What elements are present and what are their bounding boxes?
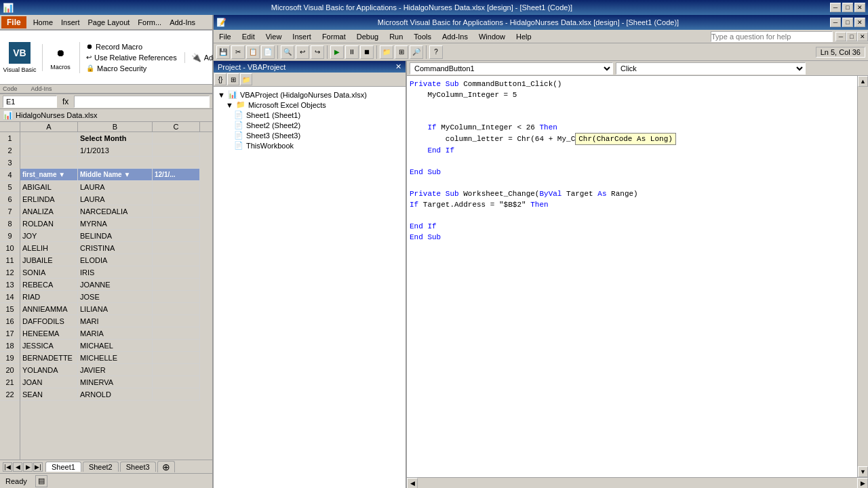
- cell-b8[interactable]: MYRNA: [78, 218, 153, 230]
- cell-a1[interactable]: [20, 132, 78, 144]
- vba-inner-close[interactable]: ✕: [857, 32, 868, 41]
- vba-properties-button[interactable]: ⊞: [395, 45, 408, 59]
- cell-a7[interactable]: ANALIZA: [20, 205, 78, 218]
- scroll-down-button[interactable]: ▼: [858, 466, 868, 477]
- tree-item-vbaproject[interactable]: ▼ 📊 VBAProject (HidalgoNurses Data.xlsx): [216, 89, 403, 100]
- minimize-button[interactable]: ─: [830, 3, 841, 12]
- cell-a16[interactable]: DAFFODILS: [20, 315, 78, 327]
- vba-run-button[interactable]: ▶: [330, 45, 344, 59]
- cell-a2[interactable]: [20, 144, 78, 157]
- cell-c14[interactable]: [153, 291, 200, 303]
- cell-b15[interactable]: LILIANA: [78, 303, 153, 315]
- vba-menu-format[interactable]: Format: [317, 31, 351, 42]
- cell-c21[interactable]: [153, 376, 200, 388]
- object-dropdown[interactable]: CommandButton1: [410, 62, 613, 75]
- cell-c10[interactable]: [153, 242, 200, 254]
- cell-a5[interactable]: ABIGAIL: [20, 181, 78, 193]
- cell-c16[interactable]: [153, 315, 200, 327]
- scroll-right-button[interactable]: ▶: [857, 478, 868, 489]
- code-area[interactable]: Private Sub CommandButton1_Click() MyCol…: [407, 76, 857, 477]
- cell-a22[interactable]: SEAN: [20, 388, 78, 401]
- macro-security-button[interactable]: 🔒 Macro Security: [84, 64, 179, 73]
- vba-save-button[interactable]: 💾: [216, 45, 230, 59]
- cell-c2[interactable]: [153, 144, 200, 157]
- scroll-up-button[interactable]: ▲: [858, 76, 868, 87]
- cell-b9[interactable]: BELINDA: [78, 230, 153, 242]
- cell-a19[interactable]: BERNADETTE: [20, 352, 78, 364]
- vba-break-button[interactable]: ⏸: [345, 45, 359, 59]
- cell-b12[interactable]: IRIS: [78, 266, 153, 279]
- cell-a3[interactable]: [20, 157, 78, 169]
- vba-menu-debug[interactable]: Debug: [351, 31, 384, 42]
- project-close-icon[interactable]: ✕: [395, 62, 401, 71]
- cell-a15[interactable]: ANNIEAMMA: [20, 303, 78, 315]
- vba-paste-button[interactable]: 📄: [261, 45, 275, 59]
- menu-home[interactable]: Home: [29, 17, 57, 28]
- cell-c11[interactable]: [153, 254, 200, 266]
- sheet-tab-1[interactable]: Sheet1: [45, 462, 81, 472]
- cell-c5[interactable]: [153, 181, 200, 193]
- cell-b14[interactable]: JOSE: [78, 291, 153, 303]
- vba-undo-button[interactable]: ↩: [296, 45, 309, 59]
- relative-references-button[interactable]: ↩ Use Relative References: [84, 53, 179, 62]
- menu-page-layout[interactable]: Page Layout: [84, 17, 134, 28]
- cell-a18[interactable]: JESSICA: [20, 340, 78, 352]
- view-object-button[interactable]: ⊞: [227, 73, 239, 85]
- vba-inner-minimize[interactable]: ─: [835, 32, 846, 41]
- cell-a9[interactable]: JOY: [20, 230, 78, 242]
- cell-a6[interactable]: ERLINDA: [20, 193, 78, 205]
- vba-restore-button[interactable]: □: [842, 18, 853, 27]
- cell-a20[interactable]: YOLANDA: [20, 364, 78, 376]
- cell-a11[interactable]: JUBAILE: [20, 254, 78, 266]
- cell-c19[interactable]: [153, 352, 200, 364]
- procedure-dropdown[interactable]: Click: [616, 62, 806, 75]
- menu-insert[interactable]: Insert: [57, 17, 84, 28]
- cell-b3[interactable]: [78, 157, 153, 169]
- vba-menu-view[interactable]: View: [260, 31, 288, 42]
- vba-objectbrowser-button[interactable]: 🔎: [410, 45, 423, 59]
- visual-basic-button[interactable]: VB Visual Basic: [3, 41, 37, 74]
- cell-b1[interactable]: Select Month: [78, 132, 153, 144]
- sheet-tab-3[interactable]: Sheet3: [120, 462, 156, 472]
- sheet-prev-button[interactable]: ◀: [13, 462, 22, 472]
- toggle-folders-button[interactable]: 📁: [240, 73, 252, 85]
- vba-find-button[interactable]: 🔍: [281, 45, 294, 59]
- cell-b2[interactable]: 1/1/2013: [78, 144, 153, 157]
- macros-button[interactable]: ⏺ Macros: [47, 44, 74, 71]
- vba-menu-help[interactable]: Help: [511, 31, 537, 42]
- close-button[interactable]: ✕: [854, 3, 865, 12]
- sheet-first-button[interactable]: |◀: [3, 462, 12, 472]
- cell-a21[interactable]: JOAN: [20, 376, 78, 388]
- cell-c9[interactable]: [153, 230, 200, 242]
- cell-a14[interactable]: RIAD: [20, 291, 78, 303]
- vba-help-search[interactable]: [711, 31, 833, 42]
- vba-menu-file[interactable]: File: [214, 31, 237, 42]
- cell-a10[interactable]: ALELIH: [20, 242, 78, 254]
- cell-c1[interactable]: [153, 132, 200, 144]
- record-macro-button[interactable]: ⏺ Record Macro: [84, 42, 179, 52]
- scroll-left-button[interactable]: ◀: [407, 478, 418, 489]
- cell-c15[interactable]: [153, 303, 200, 315]
- vba-cut-button[interactable]: ✂: [231, 45, 245, 59]
- cell-c6[interactable]: [153, 193, 200, 205]
- menu-formulas[interactable]: Form...: [134, 17, 165, 28]
- cell-b22[interactable]: ARNOLD: [78, 388, 153, 401]
- vba-close-button[interactable]: ✕: [854, 18, 865, 27]
- cell-b13[interactable]: JOANNE: [78, 279, 153, 291]
- vba-menu-tools[interactable]: Tools: [408, 31, 437, 42]
- cell-c13[interactable]: [153, 279, 200, 291]
- tree-item-thisworkbook[interactable]: 📄 ThisWorkbook: [233, 140, 403, 150]
- tree-item-excel-objects[interactable]: ▼ 📁 Microsoft Excel Objects: [224, 100, 403, 110]
- vba-menu-run[interactable]: Run: [384, 31, 408, 42]
- tree-item-sheet1[interactable]: 📄 Sheet1 (Sheet1): [233, 110, 403, 120]
- view-code-button[interactable]: {}: [214, 73, 226, 85]
- cell-b20[interactable]: JAVIER: [78, 364, 153, 376]
- cell-b11[interactable]: ELODIA: [78, 254, 153, 266]
- file-menu-button[interactable]: File: [1, 16, 26, 28]
- vba-inner-restore[interactable]: □: [846, 32, 857, 41]
- cell-b19[interactable]: MICHELLE: [78, 352, 153, 364]
- code-scrollbar-vertical[interactable]: ▲ ▼: [857, 76, 868, 477]
- vba-reset-button[interactable]: ⏹: [360, 45, 374, 59]
- cell-c17[interactable]: [153, 327, 200, 340]
- menu-addins[interactable]: Add-Ins: [165, 17, 199, 28]
